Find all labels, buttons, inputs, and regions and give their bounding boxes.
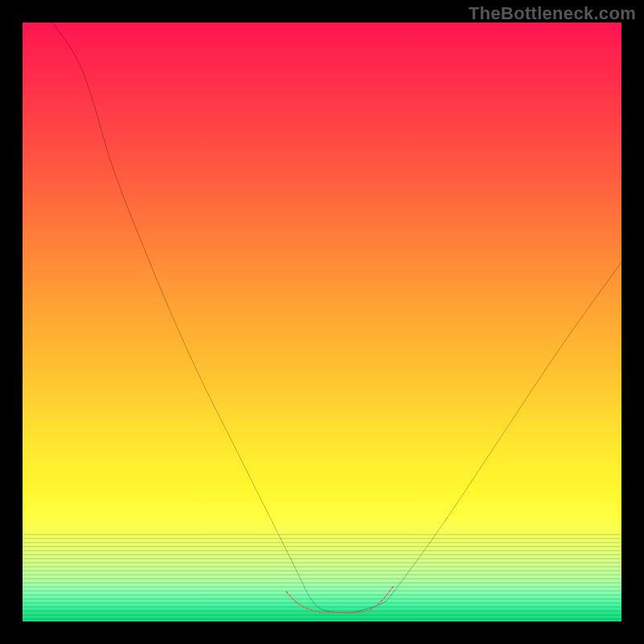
- chart-svg: [23, 23, 621, 621]
- watermark-text: TheBottleneck.com: [469, 3, 636, 24]
- chart-plot-area: [23, 23, 621, 621]
- image-frame: TheBottleneck.com: [0, 0, 644, 644]
- bottleneck-curve: [52, 23, 621, 613]
- optimal-range-marker: [286, 585, 394, 613]
